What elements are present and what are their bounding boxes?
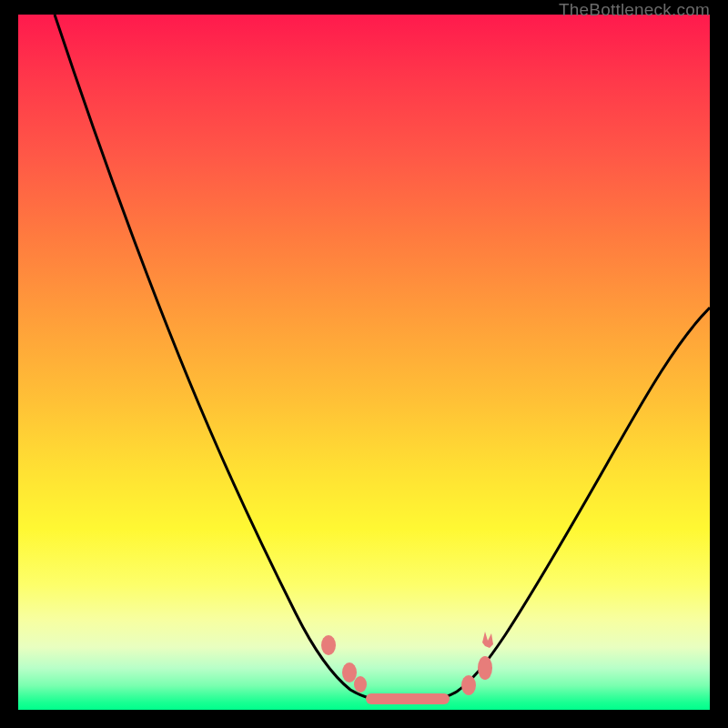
marker-dot	[478, 656, 492, 680]
bottleneck-curve-line	[55, 15, 710, 703]
marker-dot	[461, 675, 476, 695]
watermark-text: TheBottleneck.com	[559, 0, 710, 20]
chart-frame	[18, 15, 710, 710]
marker-dot	[342, 662, 357, 682]
marker-dot	[354, 676, 367, 693]
marker-run	[366, 693, 450, 704]
curve-markers	[321, 632, 493, 704]
bottleneck-curve-plot	[18, 15, 710, 710]
marker-dot	[321, 635, 336, 655]
marker-flame-icon	[482, 632, 493, 648]
